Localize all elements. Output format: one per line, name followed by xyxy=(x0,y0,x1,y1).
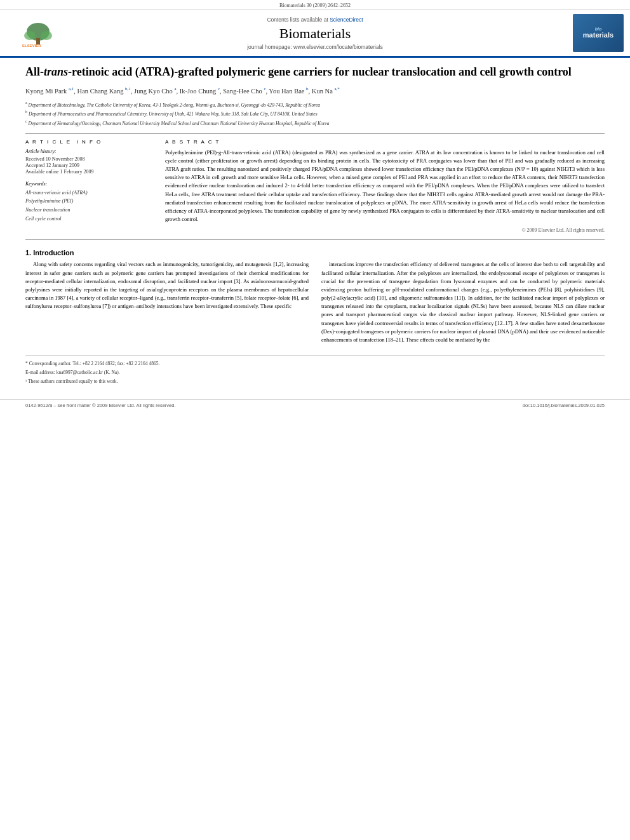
biomaterials-logo: bio materials xyxy=(573,14,624,52)
homepage-label: journal homepage: www.elsevier.com/locat… xyxy=(247,44,383,50)
affiliation-a: a Department of Biotechnology, The Catho… xyxy=(25,100,605,109)
sciencedirect-link[interactable]: ScienceDirect xyxy=(330,17,363,23)
article-info-label: A R T I C L E I N F O xyxy=(25,139,152,145)
keywords-block: Keywords: All-trans-retinoic acid (ATRA)… xyxy=(25,181,152,223)
journal-header: ELSEVIER Contents lists available at Sci… xyxy=(0,10,630,58)
bottom-left-text: 0142-9612/$ – see front matter © 2009 El… xyxy=(25,403,176,408)
svg-text:ELSEVIER: ELSEVIER xyxy=(22,44,41,48)
introduction-col2: interactions improve the transfection ef… xyxy=(321,260,605,347)
footnote-corresponding: * Corresponding author. Tel.: +82 2 2164… xyxy=(25,360,605,368)
top-citation-bar: Biomaterials 30 (2009) 2642–2652 xyxy=(0,0,630,10)
elsevier-logo: ELSEVIER xyxy=(21,19,56,48)
affiliations: a Department of Biotechnology, The Catho… xyxy=(25,100,605,127)
intro-col2-para: interactions improve the transfection ef… xyxy=(321,260,605,344)
svg-point-3 xyxy=(41,31,52,40)
article-history-block: Article history: Received 10 November 20… xyxy=(25,149,152,175)
affiliation-b: b Department of Pharmaceutics and Pharma… xyxy=(25,109,605,117)
keyword-3: Nuclear translocation xyxy=(25,206,152,215)
journal-homepage: journal homepage: www.elsevier.com/locat… xyxy=(70,44,560,50)
keyword-2: Polyethylenimine (PEI) xyxy=(25,197,152,206)
accepted-date: Accepted 12 January 2009 xyxy=(25,163,152,168)
bottom-bar: 0142-9612/$ – see front matter © 2009 El… xyxy=(0,399,630,411)
logo-main-text: materials xyxy=(583,31,613,39)
intro-col1-para: Along with safety concerns regarding vir… xyxy=(25,260,309,310)
history-label: Article history: xyxy=(25,149,152,154)
keywords-list: All-trans-retinoic acid (ATRA) Polyethyl… xyxy=(25,189,152,223)
journal-header-center: Contents lists available at ScienceDirec… xyxy=(70,17,560,50)
elsevier-tree-icon: ELSEVIER xyxy=(21,19,56,48)
affiliation-c: c Department of Hematology/Oncology, Cho… xyxy=(25,119,605,127)
abstract-text: Polyethylenimine (PEI)-g-All-trans-retin… xyxy=(165,149,605,224)
citation-text: Biomaterials 30 (2009) 2642–2652 xyxy=(279,3,351,8)
page-wrapper: Biomaterials 30 (2009) 2642–2652 ELSEVIE… xyxy=(0,0,630,411)
article-title: All-trans-retinoic acid (ATRA)-grafted p… xyxy=(25,64,605,79)
sciencedirect-text: ScienceDirect xyxy=(330,17,363,23)
divider-1 xyxy=(25,133,605,134)
introduction-columns: Along with safety concerns regarding vir… xyxy=(25,260,605,347)
logo-top-text: bio xyxy=(595,27,602,31)
footnote-equal: ¹ These authors contributed equally to t… xyxy=(25,378,605,385)
keyword-1: All-trans-retinoic acid (ATRA) xyxy=(25,189,152,197)
article-info-abstract: A R T I C L E I N F O Article history: R… xyxy=(25,139,605,234)
authors-line: Kyong Mi Park a,1, Han Chang Kang b,1, J… xyxy=(25,86,605,96)
introduction-col1: Along with safety concerns regarding vir… xyxy=(25,260,309,347)
footnote-email: E-mail address: kna6997@catholic.ac.kr (… xyxy=(25,369,605,377)
article-info-col: A R T I C L E I N F O Article history: R… xyxy=(25,139,152,234)
journal-header-right: bio materials xyxy=(560,14,624,52)
journal-header-left: ELSEVIER xyxy=(6,19,70,48)
introduction-section: 1. Introduction Along with safety concer… xyxy=(25,249,605,347)
introduction-heading: 1. Introduction xyxy=(25,249,605,257)
keyword-4: Cell cycle control xyxy=(25,215,152,223)
journal-title: Biomaterials xyxy=(70,25,560,42)
available-date: Available online 1 February 2009 xyxy=(25,169,152,175)
received-date: Received 10 November 2008 xyxy=(25,156,152,162)
keywords-label: Keywords: xyxy=(25,181,152,187)
contents-label: Contents lists available at xyxy=(267,17,328,23)
footnotes-section: * Corresponding author. Tel.: +82 2 2164… xyxy=(25,356,605,385)
copyright-line: © 2009 Elsevier Ltd. All rights reserved… xyxy=(165,227,605,233)
sciencedirect-line: Contents lists available at ScienceDirec… xyxy=(70,17,560,23)
article-content: All-trans-retinoic acid (ATRA)-grafted p… xyxy=(0,58,630,393)
bottom-right-text: doi:10.1016/j.biomaterials.2009.01.025 xyxy=(523,403,605,408)
divider-2 xyxy=(25,239,605,240)
abstract-label: A B S T R A C T xyxy=(165,139,605,145)
svg-point-2 xyxy=(24,31,36,40)
abstract-col: A B S T R A C T Polyethylenimine (PEI)-g… xyxy=(165,139,605,234)
